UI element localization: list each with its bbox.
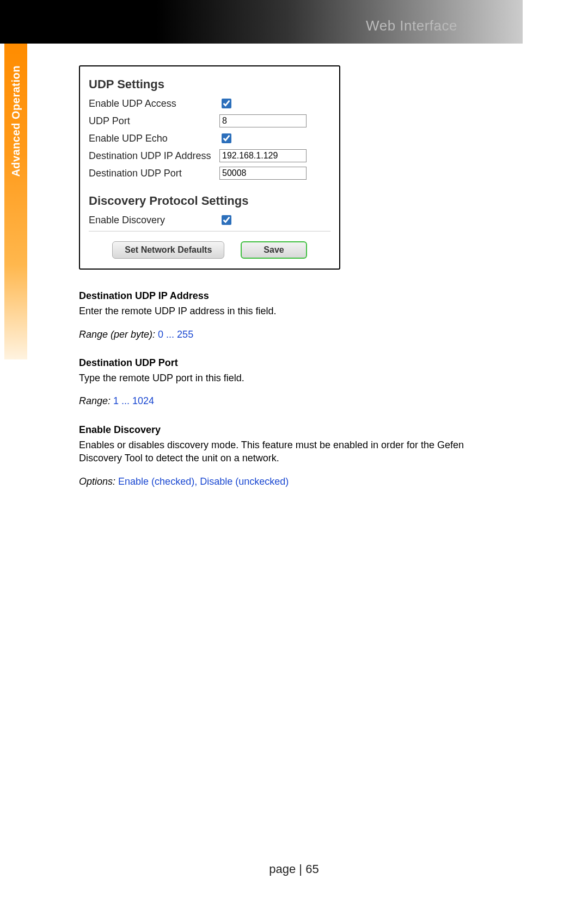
network-settings-panel: UDP Settings Enable UDP Access UDP Port … <box>79 65 340 270</box>
save-button[interactable]: Save <box>241 241 307 259</box>
udp-settings-heading: UDP Settings <box>89 77 330 91</box>
enable-udp-echo-label: Enable UDP Echo <box>89 133 219 144</box>
page-header-title: Web Interface <box>366 17 457 34</box>
discovery-settings-heading: Discovery Protocol Settings <box>89 194 330 208</box>
enable-udp-access-label: Enable UDP Access <box>89 98 219 109</box>
discovery-desc-text: Enables or disables discovery mode. This… <box>79 438 493 465</box>
enable-udp-access-checkbox[interactable] <box>222 99 231 108</box>
dest-ip-desc-heading: Destination UDP IP Address <box>79 289 493 302</box>
dest-udp-ip-input[interactable] <box>219 149 307 162</box>
side-tab-label: Advanced Operation <box>10 65 22 177</box>
dest-port-range-value: 1 ... 1024 <box>113 395 154 406</box>
dest-udp-port-label: Destination UDP Port <box>89 168 219 179</box>
side-tab: Advanced Operation <box>4 44 27 359</box>
dest-ip-range-value: 0 ... 255 <box>158 329 193 340</box>
divider <box>89 231 330 231</box>
dest-port-range-label: Range: <box>79 395 111 406</box>
dest-port-desc-heading: Destination UDP Port <box>79 356 493 369</box>
enable-udp-echo-row: Enable UDP Echo <box>89 132 330 145</box>
udp-port-input[interactable] <box>219 114 307 127</box>
page-header-bar: Web Interface <box>0 0 523 44</box>
dest-udp-ip-label: Destination UDP IP Address <box>89 150 219 162</box>
button-row: Set Network Defaults Save <box>89 241 330 259</box>
page-number: page | 65 <box>269 862 318 876</box>
discovery-options: Options: Enable (checked), Disable (unck… <box>79 475 493 488</box>
dest-udp-port-input[interactable] <box>219 167 307 180</box>
discovery-options-label: Options: <box>79 476 115 487</box>
dest-port-range: Range: 1 ... 1024 <box>79 394 493 407</box>
discovery-options-value: Enable (checked), Disable (unckecked) <box>118 476 289 487</box>
discovery-desc-heading: Enable Discovery <box>79 423 493 436</box>
dest-ip-range-label: Range (per byte): <box>79 329 155 340</box>
enable-discovery-label: Enable Discovery <box>89 215 219 226</box>
udp-port-label: UDP Port <box>89 115 219 127</box>
set-network-defaults-button[interactable]: Set Network Defaults <box>112 241 224 259</box>
page-footer: page | 65 <box>0 862 588 876</box>
enable-discovery-row: Enable Discovery <box>89 213 330 227</box>
dest-port-desc-text: Type the remote UDP port in this field. <box>79 371 493 385</box>
dest-ip-range: Range (per byte): 0 ... 255 <box>79 328 493 341</box>
enable-udp-echo-checkbox[interactable] <box>222 133 231 143</box>
dest-udp-ip-row: Destination UDP IP Address <box>89 149 330 162</box>
enable-discovery-checkbox[interactable] <box>222 215 231 225</box>
dest-udp-port-row: Destination UDP Port <box>89 167 330 180</box>
enable-udp-access-row: Enable UDP Access <box>89 97 330 110</box>
udp-port-row: UDP Port <box>89 114 330 127</box>
dest-ip-desc-text: Enter the remote UDP IP address in this … <box>79 304 493 318</box>
